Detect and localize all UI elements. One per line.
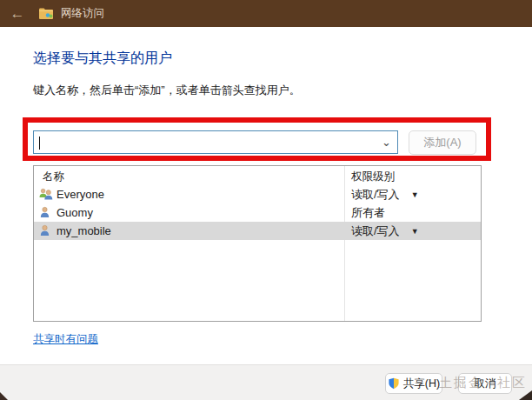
user-name-input[interactable] [38,132,377,152]
footer-bar: 共享(H) 取消 土掘金 社区 [0,364,532,400]
add-button[interactable]: 添加(A) [409,130,476,155]
user-name-combobox[interactable]: ⌄ [33,130,398,154]
cancel-button[interactable]: 取消 [458,373,512,394]
cursor-artifact [519,390,532,400]
titlebar: ← 网络访问 [0,0,532,27]
shared-folder-icon [38,7,54,20]
permission-value: 读取/写入 [351,187,400,203]
window-title: 网络访问 [61,6,104,21]
dropdown-arrow-icon[interactable]: ▼ [411,227,419,236]
chevron-down-icon[interactable]: ⌄ [382,136,391,149]
user-name: Everyone [57,188,104,201]
user-icon [39,224,53,237]
user-name: Guomy [57,206,93,219]
network-access-dialog: ← 网络访问 选择要与其共享的用户 键入名称，然后单击“添加”，或者单击箭头查找… [0,0,532,400]
user-name: my_mobile [57,224,111,237]
page-title: 选择要与其共享的用户 [33,50,172,68]
share-button[interactable]: 共享(H) [385,373,442,394]
table-row[interactable]: Everyone 读取/写入 ▼ [34,185,481,203]
column-header-name: 名称 [43,170,64,184]
back-button[interactable]: ← [8,6,27,21]
uac-shield-icon [388,377,400,390]
dropdown-arrow-icon[interactable]: ▼ [411,190,419,199]
permission-value: 读取/写入 [351,223,400,239]
permission-cell: 所有者 [351,205,385,221]
group-icon [39,188,53,201]
table-row[interactable]: Guomy 所有者 [34,203,481,222]
text-caret [39,137,40,150]
user-permission-table: 名称 权限级别 Everyone 读取/写入 ▼ [33,165,482,322]
instruction-text: 键入名称，然后单击“添加”，或者单击箭头查找用户。 [33,83,301,98]
permission-cell[interactable]: 读取/写入 ▼ [351,223,419,239]
sharing-trouble-link[interactable]: 共享时有问题 [33,332,98,347]
table-row[interactable]: my_mobile 读取/写入 ▼ [34,222,481,240]
share-button-label: 共享(H) [403,377,440,391]
permission-cell[interactable]: 读取/写入 ▼ [351,187,419,203]
column-header-permission: 权限级别 [351,170,395,184]
corner-artifact [0,392,8,400]
table-header: 名称 权限级别 [34,166,481,185]
user-icon [39,206,53,219]
permission-value: 所有者 [351,205,385,221]
